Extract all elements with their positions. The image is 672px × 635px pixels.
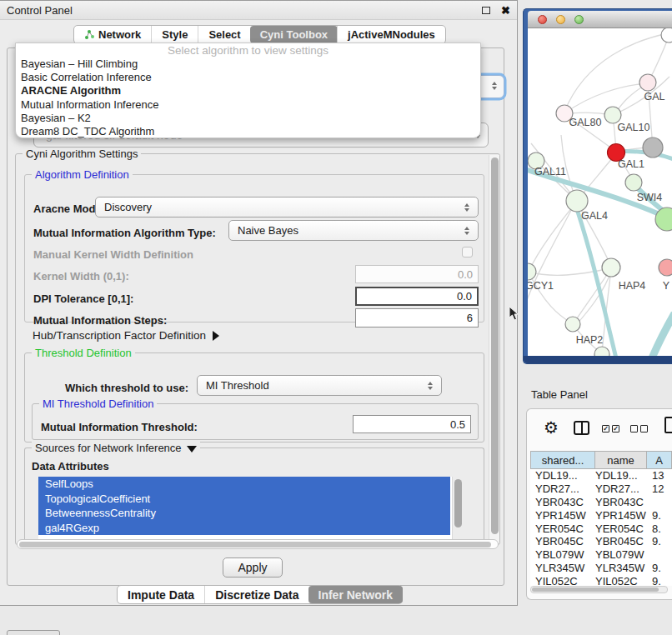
bottom-tabs: Impute Data Discretize Data Infer Networ… — [117, 585, 403, 604]
which-threshold-combobox[interactable]: MI Threshold — [197, 375, 442, 396]
tab-impute-data[interactable]: Impute Data — [118, 586, 204, 603]
hub-definition-toggle[interactable]: Hub/Transcription Factor Definition — [33, 329, 219, 342]
tab-select[interactable]: Select — [198, 26, 250, 43]
network-node-hap4[interactable] — [602, 258, 620, 277]
mi-steps-field[interactable]: 6 — [355, 308, 479, 328]
page-icon[interactable] — [664, 417, 672, 433]
table-cell: YDR27... — [530, 482, 595, 495]
network-edge[interactable] — [529, 202, 576, 272]
tab-cyni-toolbox[interactable]: Cyni Toolbox — [250, 26, 338, 43]
network-node-gal10[interactable] — [604, 107, 621, 123]
control-panel-window: Control Panel ✖ Network Style Select Cyn… — [0, 0, 518, 606]
network-graph: GALGAL80GAL10GAL1GAL11SWI4GAL4GCY1HAP4YH… — [528, 28, 672, 356]
column-header-partial[interactable]: A — [647, 451, 672, 469]
attributes-scrollbar[interactable] — [452, 477, 464, 543]
sources-title-label: Sources for Network Inference — [35, 442, 182, 454]
data-attribute-item[interactable]: SelfLoops — [38, 477, 450, 492]
table-cell: YER054C — [595, 522, 647, 535]
aracne-mode-combobox[interactable]: Discovery — [95, 197, 479, 218]
kernel-width-field[interactable]: 0.0 — [355, 265, 479, 283]
column-header-name[interactable]: name — [595, 451, 647, 469]
network-node-gcy1[interactable] — [528, 263, 536, 280]
tab-discretize-data[interactable]: Discretize Data — [204, 586, 308, 603]
scrollbar-thumb[interactable] — [19, 542, 491, 548]
mi-type-combobox[interactable]: Naive Bayes — [228, 220, 479, 241]
select-all-checkboxes-icon[interactable]: ✓✓ — [602, 425, 619, 432]
network-node[interactable] — [661, 28, 672, 42]
table-row[interactable]: YDL19...YDL19...13 — [530, 469, 672, 482]
manual-kernel-checkbox[interactable] — [462, 247, 473, 258]
tab-select-label: Select — [208, 28, 240, 41]
table-row[interactable]: YBR045CYBR045C9. — [530, 535, 672, 548]
network-node-hap2[interactable] — [565, 317, 580, 332]
table-row[interactable]: YDR27...YDR27...12 — [530, 482, 672, 496]
scrollbar-thumb[interactable] — [491, 158, 499, 534]
algorithm-option[interactable]: Mutual Information Inference — [16, 98, 480, 112]
settings-group-title: Cyni Algorithm Settings — [23, 148, 141, 160]
algorithm-option[interactable]: Dream8 DC_TDC Algorithm — [16, 125, 480, 138]
network-node-label: GAL10 — [618, 122, 650, 133]
tab-jactivemnodules-label: jActiveMNodules — [348, 28, 435, 41]
mac-close-button[interactable] — [538, 15, 547, 24]
tab-jactivemnodules[interactable]: jActiveMNodules — [337, 26, 445, 43]
network-canvas[interactable]: GALGAL80GAL10GAL1GAL11SWI4GAL4GCY1HAP4YH… — [528, 28, 672, 356]
network-node-label: GCY1 — [528, 280, 554, 292]
tab-network[interactable]: Network — [74, 26, 151, 43]
mi-threshold-field[interactable]: 0.5 — [353, 415, 471, 433]
mi-type-value: Naive Bayes — [238, 224, 464, 237]
algorithm-option[interactable]: Bayesian – K2 — [16, 112, 480, 125]
gear-icon[interactable]: ⚙ — [544, 418, 559, 438]
table-row[interactable]: YLR345WYLR345W9. — [530, 562, 672, 575]
algorithm-definition-group: Algorithm Definition Aracne Mode: Discov… — [24, 174, 484, 322]
network-node-swi4[interactable] — [625, 174, 642, 191]
algorithm-option[interactable]: Bayesian – Hill Climbing — [16, 58, 480, 71]
data-attribute-item[interactable]: TopologicalCoefficient — [38, 492, 450, 507]
settings-vertical-scrollbar[interactable] — [489, 155, 499, 543]
tab-infer-network[interactable]: Infer Network — [308, 586, 403, 603]
which-threshold-label: Which threshold to use: — [65, 382, 188, 394]
scrollbar-thumb[interactable] — [532, 588, 659, 592]
table-panel-title: Table Panel — [531, 388, 588, 401]
network-node-gal[interactable] — [639, 74, 656, 91]
algorithm-option[interactable]: ARACNE Algorithm — [16, 84, 480, 98]
table-cell: YBL079W — [595, 548, 647, 561]
network-node-y[interactable] — [659, 259, 672, 276]
settings-horizontal-scrollbar[interactable] — [17, 539, 499, 549]
table-row[interactable]: YPR145WYPR145W9. — [530, 508, 672, 522]
data-attribute-item[interactable]: BetweennessCentrality — [38, 506, 450, 521]
dpi-tolerance-label: DPI Tolerance [0,1]: — [33, 292, 133, 305]
table-row[interactable]: YIL052CYIL052C9. — [530, 574, 672, 586]
deselect-all-checkboxes-icon[interactable] — [630, 425, 648, 432]
table-row[interactable]: YBL079WYBL079W — [530, 548, 672, 562]
data-attributes-label: Data Attributes — [32, 460, 109, 472]
columns-icon[interactable] — [574, 421, 589, 435]
sources-group-title[interactable]: Sources for Network Inference — [32, 442, 200, 454]
combo-arrows-icon — [492, 82, 497, 90]
network-node-gal4[interactable] — [566, 190, 588, 212]
network-node[interactable] — [594, 347, 609, 356]
mac-zoom-button[interactable] — [574, 15, 584, 24]
network-window-titlebar[interactable] — [528, 11, 672, 28]
table-horizontal-scrollbar[interactable] — [530, 586, 668, 593]
apply-button[interactable]: Apply — [223, 558, 283, 578]
network-node[interactable] — [643, 138, 663, 158]
table-row[interactable]: YBR043CYBR043C — [530, 496, 672, 509]
float-icon[interactable] — [482, 7, 490, 14]
dpi-tolerance-field[interactable]: 0.0 — [355, 287, 479, 306]
partial-bottom-button[interactable] — [7, 630, 60, 635]
algorithm-option[interactable]: Basic Correlation Inference — [16, 71, 480, 84]
tab-style[interactable]: Style — [151, 26, 198, 43]
column-header-shared[interactable]: shared... — [530, 451, 595, 469]
kernel-width-value: 0.0 — [458, 268, 473, 281]
close-icon[interactable]: ✖ — [501, 5, 510, 16]
table-cell: YBR043C — [595, 496, 647, 508]
data-attributes-list[interactable]: SelfLoopsTopologicalCoefficientBetweenne… — [38, 477, 464, 543]
algorithm-definition-title: Algorithm Definition — [32, 168, 133, 181]
mi-threshold-label: Mutual Information Threshold: — [41, 421, 198, 433]
scrollbar-thumb[interactable] — [454, 479, 462, 528]
mac-minimize-button[interactable] — [556, 15, 565, 24]
sources-group: Sources for Network Inference Data Attri… — [24, 448, 484, 546]
table-row[interactable]: YER054CYER054C8. — [530, 522, 672, 535]
data-attribute-item[interactable]: gal4RGexp — [38, 521, 450, 536]
network-edge-highlighted[interactable] — [651, 313, 672, 356]
